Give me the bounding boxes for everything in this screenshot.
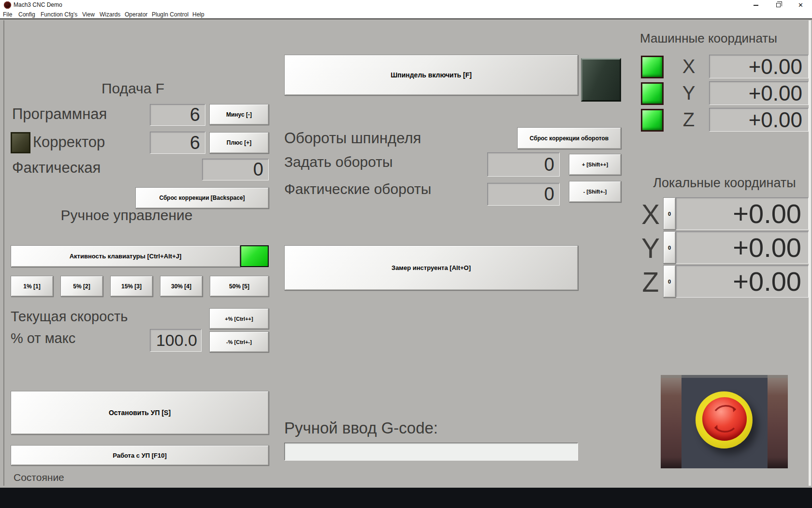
spindle-actual-dro[interactable]: 0 xyxy=(487,183,560,206)
feed-programmed-dro[interactable]: 6 xyxy=(150,104,205,126)
estop-rotate-arrows-icon xyxy=(702,397,747,441)
jog-speed-dec-button[interactable]: -% [Ctrl+-] xyxy=(209,331,269,352)
local-x-zero-button[interactable]: 0 xyxy=(663,197,676,230)
estop-panel-top-edge xyxy=(661,375,788,378)
spindle-set-dro[interactable]: 0 xyxy=(487,152,560,177)
jog-15pct-button[interactable]: 15% [3] xyxy=(110,276,153,297)
menu-help[interactable]: Help xyxy=(192,11,204,18)
mach3-app-icon xyxy=(4,1,11,9)
spindle-section-title: Обороты шпинделя xyxy=(284,130,421,147)
status-label: Состояние xyxy=(14,472,64,483)
jog-1pct-button[interactable]: 1% [1] xyxy=(11,276,53,297)
spindle-reset-override-button[interactable]: Сброс коррекции оборотов xyxy=(517,127,621,149)
jog-50pct-button[interactable]: 50% [5] xyxy=(210,276,269,297)
menu-file[interactable]: File xyxy=(3,11,12,18)
estop-panel-right xyxy=(768,375,788,468)
jog-speed-label-2: % от макс xyxy=(11,330,75,346)
jog-section-title: Ручное управление xyxy=(30,207,223,224)
menu-plugin-control[interactable]: PlugIn Control xyxy=(152,11,188,18)
local-coords-title: Локальные координаты xyxy=(640,176,809,191)
machine-x-led[interactable] xyxy=(641,56,664,78)
machine-x-axis-label: X xyxy=(679,55,699,78)
feed-minus-button[interactable]: Минус [-] xyxy=(209,104,269,125)
spindle-set-label: Задать обороты xyxy=(284,154,393,170)
keyboard-jog-led xyxy=(240,245,269,267)
spindle-inc-button[interactable]: + [Shift++] xyxy=(569,154,621,175)
local-z-zero-button[interactable]: 0 xyxy=(663,265,676,298)
titlebar: Mach3 CNC Demo ✕ xyxy=(0,0,812,10)
jog-speed-inc-button[interactable]: +% [Ctrl++] xyxy=(209,308,269,329)
jog-30pct-button[interactable]: 30% [4] xyxy=(160,276,203,297)
stop-program-button[interactable]: Остановить УП [S] xyxy=(11,391,269,434)
feed-actual-label: Фактическая xyxy=(12,159,101,177)
spindle-dec-button[interactable]: - [Shift+-] xyxy=(569,181,621,202)
windows-taskbar: A ENG 13:53 19.11.2019 xyxy=(0,488,812,508)
local-z-dro[interactable]: +0.00 xyxy=(676,265,809,298)
estop-panel-left xyxy=(661,375,682,468)
jog-5pct-button[interactable]: 5% [2] xyxy=(60,276,103,297)
menu-view[interactable]: View xyxy=(82,11,95,18)
spindle-status-indicator xyxy=(581,58,621,102)
mdi-label: Ручной ввод G-code: xyxy=(284,419,438,437)
menubar: File Config Function Cfg's View Wizards … xyxy=(0,10,812,19)
window-title: Mach3 CNC Demo xyxy=(14,1,62,8)
feed-section-title: Подача F xyxy=(92,80,174,97)
machine-coords-title: Машинные координаты xyxy=(636,31,781,46)
menu-wizards[interactable]: Wizards xyxy=(100,11,120,18)
local-x-axis-label: X xyxy=(640,198,661,231)
jog-speed-dro[interactable]: 100.0 xyxy=(150,329,202,352)
feed-programmed-label: Программная xyxy=(12,105,107,123)
local-y-dro[interactable]: +0.00 xyxy=(676,231,809,264)
feed-actual-dro[interactable]: 0 xyxy=(202,159,269,180)
screen-left-edge xyxy=(3,20,4,486)
spindle-on-button[interactable]: Шпиндель включить [F] xyxy=(284,55,578,95)
feed-corrector-label: Корректор xyxy=(33,134,105,151)
local-y-zero-button[interactable]: 0 xyxy=(663,231,676,264)
menu-operator[interactable]: Operator xyxy=(125,11,147,18)
mach3-window: Mach3 CNC Demo ✕ File Config Function Cf… xyxy=(0,0,812,508)
machine-z-led[interactable] xyxy=(641,109,664,132)
restore-button[interactable] xyxy=(767,0,790,10)
screen-right-edge xyxy=(809,20,811,486)
close-icon: ✕ xyxy=(798,2,803,8)
local-z-axis-label: Z xyxy=(640,266,661,299)
local-y-axis-label: Y xyxy=(640,232,661,265)
feed-plus-button[interactable]: Плюс [+] xyxy=(209,132,269,153)
jog-speed-label-1: Текущая скорость xyxy=(11,309,128,325)
feed-reset-override-button[interactable]: Сброс коррекции [Backspace] xyxy=(135,187,269,209)
machine-z-dro[interactable]: +0.00 xyxy=(709,108,809,132)
corrector-led xyxy=(11,132,30,153)
keyboard-jog-button[interactable]: Активность клавиатуры [Ctrl+Alt+J] xyxy=(11,245,240,267)
run-program-button[interactable]: Работа с УП [F10] xyxy=(11,445,269,465)
restore-icon xyxy=(776,3,781,7)
menu-function-cfgs[interactable]: Function Cfg's xyxy=(41,11,77,18)
spindle-actual-label: Фактические обороты xyxy=(284,181,431,197)
machine-y-axis-label: Y xyxy=(679,81,699,105)
tool-probe-button[interactable]: Замер инструента [Alt+O] xyxy=(284,245,578,290)
minimize-button[interactable] xyxy=(744,0,767,10)
menu-config[interactable]: Config xyxy=(18,11,35,18)
mdi-gcode-input[interactable] xyxy=(284,443,578,461)
close-button[interactable]: ✕ xyxy=(789,0,812,10)
local-x-dro[interactable]: +0.00 xyxy=(676,197,809,230)
estop-red-mushroom xyxy=(702,397,747,441)
machine-y-led[interactable] xyxy=(641,82,664,105)
machine-x-dro[interactable]: +0.00 xyxy=(709,55,809,78)
feed-corrector-dro[interactable]: 6 xyxy=(150,132,205,154)
emergency-stop-button[interactable] xyxy=(661,375,788,468)
minimize-icon xyxy=(754,5,758,6)
machine-z-axis-label: Z xyxy=(679,108,699,132)
machine-y-dro[interactable]: +0.00 xyxy=(709,81,809,105)
